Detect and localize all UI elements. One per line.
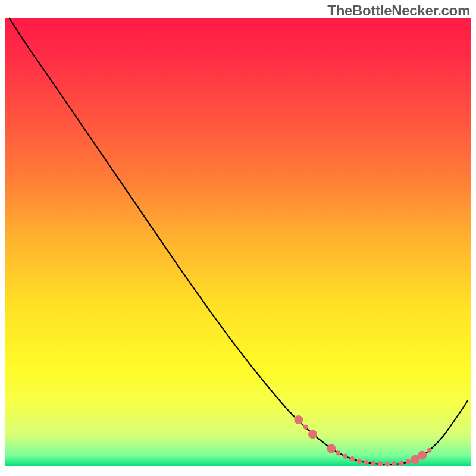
marker-dot <box>378 461 383 466</box>
marker-dot <box>343 453 347 458</box>
chart-gradient-background <box>5 18 471 466</box>
marker-dot <box>303 424 308 429</box>
marker-dot <box>371 461 375 466</box>
marker-dot <box>399 461 403 466</box>
marker-dot <box>385 462 390 466</box>
watermark-text: TheBottleNecker.com <box>327 2 470 19</box>
marker-dot <box>392 461 396 466</box>
marker-dot <box>308 430 317 439</box>
marker-dot <box>357 459 362 464</box>
marker-dot <box>327 444 336 453</box>
marker-dot <box>406 459 411 464</box>
marker-dot <box>418 451 427 460</box>
chart-container: TheBottleNecker.com <box>0 0 476 476</box>
marker-dot <box>294 415 303 424</box>
marker-dot <box>350 456 355 461</box>
marker-dot <box>364 460 368 465</box>
bottleneck-chart <box>0 0 476 476</box>
marker-dot <box>427 448 431 453</box>
marker-dot <box>336 450 340 455</box>
